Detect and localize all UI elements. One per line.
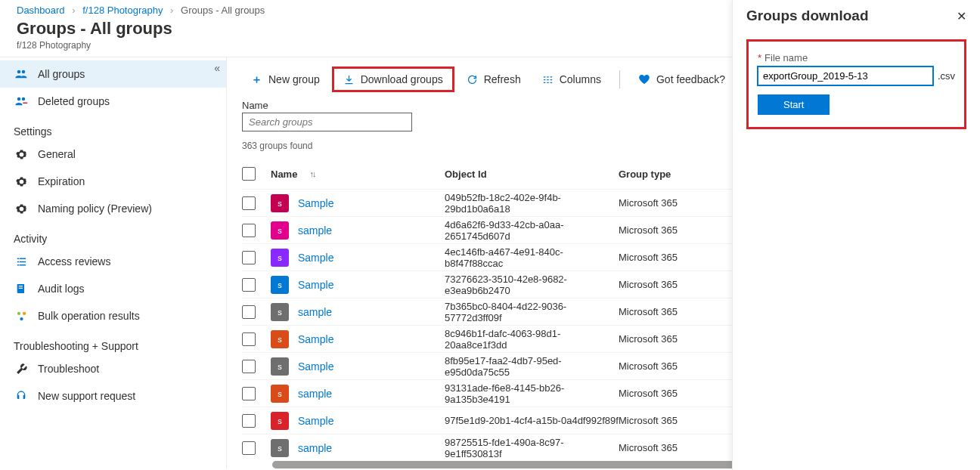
row-checkbox[interactable]	[242, 224, 256, 237]
row-checkbox[interactable]	[242, 196, 256, 210]
button-label: Refresh	[484, 73, 521, 85]
sidebar-item-label: All groups	[38, 68, 85, 80]
sidebar-item-label: Audit logs	[38, 283, 84, 295]
people-deleted-icon	[14, 94, 29, 109]
plus-icon: ＋	[251, 73, 262, 87]
select-all-checkbox[interactable]	[242, 167, 256, 181]
group-name-link[interactable]: Sample	[298, 279, 333, 291]
group-type-cell: Microsoft 365	[619, 197, 724, 209]
start-button[interactable]: Start	[758, 94, 830, 115]
group-type-cell: Microsoft 365	[619, 279, 724, 290]
sidebar-item-expiration[interactable]: Expiration	[0, 168, 226, 195]
row-checkbox[interactable]	[242, 387, 256, 400]
close-icon[interactable]: ✕	[957, 9, 966, 23]
collapse-icon[interactable]: «	[214, 62, 220, 74]
col-object-id-header[interactable]: Object Id	[445, 169, 619, 180]
support-icon	[14, 388, 29, 404]
sidebar-item-label: Deleted groups	[38, 95, 110, 107]
button-label: Columns	[560, 73, 601, 85]
object-id-cell: 4ec146fb-a467-4e91-840c-b8f47f88ccac	[445, 246, 619, 269]
sidebar-item-new-support-request[interactable]: New support request	[0, 382, 226, 410]
new-group-button[interactable]: ＋ New group	[242, 68, 329, 91]
sidebar-item-label: Troubleshoot	[38, 363, 99, 375]
row-checkbox[interactable]	[242, 360, 256, 373]
row-checkbox[interactable]	[242, 305, 256, 319]
row-checkbox[interactable]	[242, 332, 256, 346]
breadcrumb-link-0[interactable]: Dashboard	[17, 5, 65, 16]
group-avatar: s	[271, 439, 289, 457]
svg-point-0	[17, 311, 20, 314]
col-group-type-header[interactable]: Group type	[619, 169, 724, 180]
download-icon	[343, 74, 355, 85]
button-label: New group	[268, 73, 320, 85]
group-avatar: s	[271, 221, 289, 240]
file-extension: .csv	[938, 70, 955, 82]
sidebar-item-troubleshoot[interactable]: Troubleshoot	[0, 355, 226, 382]
refresh-icon	[467, 74, 478, 85]
columns-button[interactable]: Columns	[533, 69, 610, 90]
group-name-link[interactable]: Sample	[298, 333, 333, 345]
gear-icon	[14, 174, 29, 189]
group-name-link[interactable]: sample	[298, 224, 332, 237]
group-name-link[interactable]: sample	[298, 306, 332, 318]
panel-title: Groups download	[746, 8, 869, 24]
sidebar-item-all-groups[interactable]: All groups	[0, 60, 226, 88]
group-type-cell: Microsoft 365	[619, 306, 724, 317]
object-id-cell: 4d6a62f6-9d33-42cb-a0aa-2651745d607d	[445, 219, 619, 242]
sidebar-item-label: Expiration	[38, 175, 85, 187]
group-type-cell: Microsoft 365	[619, 360, 724, 372]
breadcrumb-sep: ›	[170, 5, 173, 16]
sidebar-section-settings: Settings	[0, 115, 226, 141]
object-id-cell: 93131ade-f6e8-4145-bb26-9a135b3e4191	[445, 382, 619, 405]
group-type-cell: Microsoft 365	[619, 388, 724, 399]
file-name-input[interactable]	[758, 66, 933, 85]
book-icon	[14, 281, 29, 296]
list-icon	[14, 254, 29, 269]
search-input[interactable]	[242, 113, 412, 131]
breadcrumb-sep: ›	[72, 5, 75, 16]
sidebar-item-label: Naming policy (Preview)	[38, 203, 152, 215]
group-avatar: s	[271, 194, 289, 212]
row-checkbox[interactable]	[242, 278, 256, 292]
button-label: Download groups	[361, 73, 443, 85]
row-checkbox[interactable]	[242, 441, 256, 455]
operations-icon	[14, 308, 29, 323]
sidebar-section-activity: Activity	[0, 222, 226, 248]
toolbar-divider	[619, 70, 620, 88]
breadcrumb-link-1[interactable]: f/128 Photography	[82, 5, 163, 16]
sidebar-item-deleted-groups[interactable]: Deleted groups	[0, 88, 226, 115]
group-name-link[interactable]: Sample	[298, 197, 333, 209]
group-avatar: s	[271, 276, 289, 294]
refresh-button[interactable]: Refresh	[457, 69, 530, 90]
row-checkbox[interactable]	[242, 414, 256, 428]
group-name-link[interactable]: sample	[298, 442, 332, 454]
feedback-button[interactable]: Got feedback?	[629, 69, 734, 90]
sidebar-item-bulk-operation[interactable]: Bulk operation results	[0, 302, 226, 329]
group-type-cell: Microsoft 365	[619, 333, 724, 345]
download-groups-button[interactable]: Download groups	[332, 66, 454, 92]
group-name-link[interactable]: Sample	[298, 360, 333, 373]
sidebar-item-naming-policy[interactable]: Naming policy (Preview)	[0, 195, 226, 222]
group-name-link[interactable]: Sample	[298, 415, 333, 427]
group-avatar: s	[271, 385, 289, 403]
heart-icon	[638, 73, 650, 85]
object-id-cell: 98725515-fde1-490a-8c97-9e1ff530813f	[445, 437, 619, 459]
wrench-icon	[14, 361, 29, 376]
svg-point-1	[22, 311, 25, 314]
gear-icon	[14, 201, 29, 216]
group-name-link[interactable]: Sample	[298, 252, 333, 264]
group-avatar: s	[271, 249, 289, 267]
group-avatar: s	[271, 330, 289, 348]
col-name-header[interactable]: Name	[271, 169, 297, 180]
sidebar-section-troubleshoot: Troubleshooting + Support	[0, 329, 226, 355]
sidebar-item-label: Bulk operation results	[38, 310, 140, 322]
sidebar-item-general[interactable]: General	[0, 141, 226, 168]
group-type-cell: Microsoft 365	[619, 442, 724, 453]
svg-point-2	[20, 317, 23, 320]
sidebar-item-access-reviews[interactable]: Access reviews	[0, 248, 226, 275]
breadcrumb-current: Groups - All groups	[181, 5, 265, 16]
sidebar-item-audit-logs[interactable]: Audit logs	[0, 275, 226, 302]
row-checkbox[interactable]	[242, 251, 256, 264]
group-name-link[interactable]: sample	[298, 388, 332, 400]
object-id-cell: 73276623-3510-42e8-9682-e3ea9b6b2470	[445, 274, 619, 296]
